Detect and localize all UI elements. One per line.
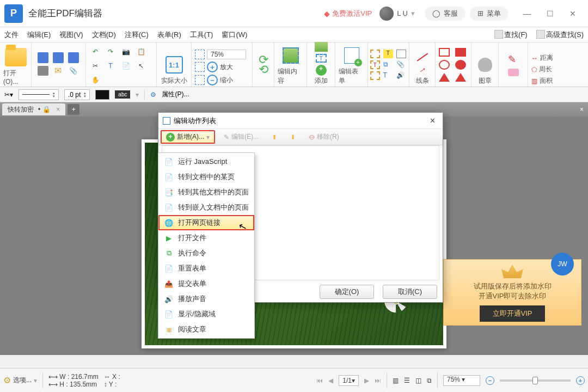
form-highlight-icon[interactable]: T	[383, 50, 393, 58]
poly-stroke-icon[interactable]	[439, 73, 450, 82]
status-zoom-in-button[interactable]: +	[576, 376, 585, 385]
layout-continuous-icon[interactable]: ☰	[404, 377, 410, 384]
add-plus-icon[interactable]: +	[316, 65, 327, 76]
pencil-icon[interactable]: ✎	[508, 53, 519, 65]
user-account[interactable]: L U ▾	[379, 7, 415, 21]
line-style-select[interactable]: ▴▾	[19, 89, 59, 100]
menu-window[interactable]: 窗口(W)	[222, 30, 247, 40]
rotate-left-icon[interactable]: ⟲	[259, 65, 268, 75]
layout-book-icon[interactable]: ⧉	[427, 377, 432, 384]
perimeter-icon[interactable]: ⬠	[531, 66, 537, 74]
dialog-close-button[interactable]: ×	[427, 116, 438, 126]
form-link-icon[interactable]: ⧉	[383, 60, 394, 69]
snapshot-icon[interactable]: 📷	[120, 46, 132, 57]
distance-icon[interactable]: ↔	[531, 54, 538, 62]
main-menu-button[interactable]: ⊞ 菜单	[470, 7, 509, 21]
menu-form[interactable]: 表单(R)	[157, 30, 181, 40]
save-as-icon[interactable]	[52, 52, 64, 63]
zoom-slider[interactable]	[500, 379, 571, 382]
attach-icon[interactable]: 📎	[68, 65, 79, 76]
oval-stroke-icon[interactable]	[439, 60, 450, 70]
dialog-movedown-button[interactable]: ⬇	[286, 132, 300, 142]
form-checkbox-icon[interactable]	[370, 71, 380, 80]
add-text-icon[interactable]: T	[316, 54, 327, 63]
menu-view[interactable]: 视图(V)	[59, 30, 83, 40]
redo-icon[interactable]: ↷	[105, 46, 117, 57]
dialog-remove-button[interactable]: ⦵ 移除(R)	[304, 131, 344, 143]
paste-icon[interactable]: 📋	[135, 46, 147, 57]
menu-document[interactable]: 文档(D)	[92, 30, 116, 40]
copy-icon[interactable]: 📄	[120, 60, 132, 71]
open-file-icon[interactable]	[5, 46, 27, 68]
close-button[interactable]: ✕	[562, 5, 584, 22]
maximize-button[interactable]: ☐	[539, 5, 561, 22]
dialog-moveup-button[interactable]: ⬆	[267, 132, 281, 142]
options-button[interactable]: ⚙选项...▾	[3, 375, 37, 385]
dialog-edit-button[interactable]: ✎ 编辑(E)...	[219, 131, 263, 143]
zoom-out-icon[interactable]: −	[207, 75, 218, 85]
dialog-ok-button[interactable]: 确定(O)	[320, 285, 374, 299]
menu-tools[interactable]: 工具(T)	[190, 30, 213, 40]
eraser-icon[interactable]	[508, 69, 519, 76]
cut-icon[interactable]: ✂	[89, 60, 101, 71]
zoom-in-icon[interactable]: +	[207, 62, 218, 72]
last-page-button[interactable]: ⏭	[375, 377, 381, 384]
add-image-icon[interactable]	[315, 42, 328, 52]
fit-page-icon[interactable]	[195, 50, 205, 59]
arrow-tool-icon[interactable]: →	[415, 63, 430, 78]
line-weight-select[interactable]: .0 pt▴▾	[64, 89, 90, 100]
oval-fill-icon[interactable]	[455, 60, 466, 70]
cursor-icon[interactable]: ↖	[135, 60, 147, 71]
email-icon[interactable]: ✉	[52, 65, 64, 76]
rect-stroke-icon[interactable]	[439, 48, 450, 57]
find-button[interactable]: 查找(F)	[494, 30, 528, 40]
new-tab-button[interactable]: +	[68, 104, 79, 115]
action-goto-page[interactable]: 📄转到文档中的某页	[158, 169, 254, 185]
vip-activate-link[interactable]: ◆ 免费激活VIP	[324, 9, 372, 19]
form-text-field-icon[interactable]	[370, 50, 380, 58]
rect-fill-icon[interactable]	[455, 48, 466, 57]
area-icon[interactable]: ▥	[531, 77, 537, 85]
menu-edit[interactable]: 编辑(E)	[27, 30, 51, 40]
action-submit-form[interactable]: 📤提交表单	[158, 276, 254, 291]
action-goto-other-doc[interactable]: 📑转到其他文档中的页面	[158, 185, 254, 200]
save-flash-icon[interactable]	[68, 52, 79, 63]
action-show-hide-field[interactable]: 📄显示/隐藏域	[158, 307, 254, 322]
next-page-button[interactable]: ▶	[364, 377, 369, 384]
advanced-find-button[interactable]: 高级查找(S)	[536, 30, 584, 40]
zoom-percent-select[interactable]: 75%	[207, 50, 246, 59]
action-goto-embedded[interactable]: 📄转到嵌入文档中的页面	[158, 200, 254, 215]
text-select-icon[interactable]: T	[105, 60, 117, 71]
layout-single-icon[interactable]: ▥	[393, 377, 399, 384]
stamp-icon[interactable]	[474, 54, 496, 76]
dialog-cancel-button[interactable]: 取消(C)	[383, 285, 437, 299]
edit-content-icon[interactable]	[280, 45, 302, 66]
undo-icon[interactable]: ↶	[89, 46, 101, 57]
form-text-icon[interactable]: T	[370, 60, 380, 69]
edit-form-icon[interactable]: +	[341, 45, 363, 66]
actual-size-button[interactable]: 1:1	[163, 54, 185, 76]
status-zoom-out-button[interactable]: −	[486, 376, 494, 385]
print-icon[interactable]	[37, 65, 49, 76]
prev-page-button[interactable]: ◀	[328, 377, 333, 384]
tab-close-icon[interactable]: ×	[56, 106, 60, 113]
open-vip-button[interactable]: 立即开通VIP	[480, 305, 546, 322]
action-exec-command[interactable]: ⧉执行命令	[158, 246, 254, 261]
hand-icon[interactable]: ✋	[89, 75, 101, 85]
menu-file[interactable]: 文件	[4, 30, 19, 40]
save-icon[interactable]	[37, 52, 49, 63]
tabstrip-close-icon[interactable]: ×	[578, 106, 586, 113]
action-read-article[interactable]: ≣阅读文章	[158, 322, 254, 337]
form-text2-icon[interactable]: T	[383, 71, 394, 80]
fit-height-icon[interactable]	[195, 75, 205, 85]
status-zoom-select[interactable]: 75% ▾	[443, 375, 480, 386]
page-indicator[interactable]: 1/1 ▾	[339, 375, 359, 386]
line-tool-icon[interactable]	[416, 53, 428, 61]
dialog-add-button[interactable]: 新增(A)... ▾	[161, 130, 215, 144]
customer-service-button[interactable]: ◯ 客服	[425, 7, 465, 21]
properties-gear-icon[interactable]: ⚙	[150, 91, 156, 99]
color-swatch[interactable]	[95, 90, 109, 100]
abc-toggle[interactable]: abc	[115, 90, 130, 99]
scissors-icon[interactable]: ✂▾	[4, 91, 13, 99]
first-page-button[interactable]: ⏮	[316, 377, 323, 384]
